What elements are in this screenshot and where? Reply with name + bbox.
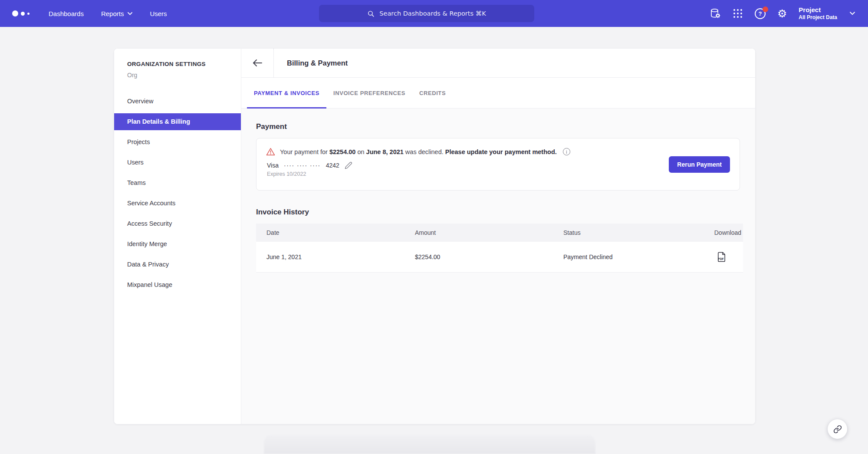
search-input[interactable]: Search Dashboards & Reports ⌘K bbox=[319, 5, 534, 22]
back-button[interactable] bbox=[241, 49, 274, 77]
notification-badge bbox=[763, 7, 768, 12]
payment-card: Your payment for $2254.00 on June 8, 202… bbox=[256, 138, 740, 191]
share-link-button[interactable] bbox=[828, 419, 847, 439]
card-brand: Visa bbox=[267, 162, 279, 169]
svg-text:PDF: PDF bbox=[718, 257, 724, 260]
nav-menu: Dashboards Reports Users bbox=[49, 10, 167, 17]
payment-heading: Payment bbox=[256, 122, 740, 131]
invoice-status: Payment Declined bbox=[563, 253, 691, 260]
sidebar-item-data-privacy[interactable]: Data & Privacy bbox=[114, 256, 241, 273]
search-placeholder: Search Dashboards & Reports ⌘K bbox=[379, 10, 486, 17]
download-pdf-button[interactable]: PDF bbox=[717, 251, 727, 263]
rerun-payment-button[interactable]: Rerun Payment bbox=[669, 156, 730, 173]
info-icon[interactable]: i bbox=[563, 148, 570, 155]
sidebar-item-access-security[interactable]: Access Security bbox=[114, 215, 241, 232]
pencil-icon bbox=[345, 161, 352, 169]
declined-payment-alert: Your payment for $2254.00 on June 8, 202… bbox=[266, 148, 730, 156]
apps-grid-icon[interactable] bbox=[733, 8, 743, 19]
nav-item-dashboards[interactable]: Dashboards bbox=[49, 10, 84, 17]
column-header-download: Download bbox=[691, 229, 743, 236]
sidebar-item-identity-merge[interactable]: Identity Merge bbox=[114, 236, 241, 253]
pdf-file-icon: PDF bbox=[717, 251, 727, 263]
data-management-icon[interactable] bbox=[710, 8, 721, 19]
card-masked-digits: ···· ···· ···· bbox=[284, 162, 321, 169]
help-icon[interactable]: ? bbox=[755, 8, 766, 19]
dock-shadow bbox=[264, 435, 595, 454]
invoice-table-header: Date Amount Status Download bbox=[256, 224, 743, 242]
project-label: Project bbox=[799, 6, 837, 14]
settings-card: ORGANIZATION SETTINGS Org Overview Plan … bbox=[114, 49, 755, 424]
top-nav: Dashboards Reports Users Search Dashboar… bbox=[0, 0, 868, 27]
sidebar-item-plan-details-billing[interactable]: Plan Details & Billing bbox=[114, 113, 241, 130]
settings-gear-icon[interactable]: ⚙ bbox=[777, 8, 787, 19]
project-switcher[interactable]: Project All Project Data bbox=[799, 6, 837, 21]
invoice-amount: $2254.00 bbox=[415, 253, 563, 260]
column-header-date: Date bbox=[256, 229, 415, 236]
tab-payment-invoices[interactable]: PAYMENT & INVOICES bbox=[247, 78, 326, 108]
sidebar-item-teams[interactable]: Teams bbox=[114, 174, 241, 191]
warning-triangle-icon bbox=[266, 148, 275, 156]
nav-item-reports[interactable]: Reports bbox=[101, 10, 133, 17]
invoice-table: Date Amount Status Download June 1, 2021… bbox=[256, 224, 743, 273]
mixpanel-logo-icon[interactable] bbox=[12, 10, 37, 16]
sidebar-item-service-accounts[interactable]: Service Accounts bbox=[114, 195, 241, 212]
billing-main: Billing & Payment PAYMENT & INVOICES INV… bbox=[241, 49, 755, 424]
invoice-history-heading: Invoice History bbox=[256, 208, 740, 217]
project-value: All Project Data bbox=[799, 14, 837, 21]
nav-item-users[interactable]: Users bbox=[150, 10, 167, 17]
chevron-down-icon bbox=[128, 12, 132, 15]
sidebar-section-title: ORGANIZATION SETTINGS bbox=[127, 61, 241, 67]
nav-left: Dashboards Reports Users bbox=[0, 10, 167, 17]
org-name: Org bbox=[127, 72, 241, 79]
sidebar-item-overview[interactable]: Overview bbox=[114, 93, 241, 110]
page-header: Billing & Payment bbox=[241, 49, 755, 78]
tab-content: Payment Your payment for $2254.00 on Jun… bbox=[241, 109, 755, 424]
invoice-table-row: June 1, 2021 $2254.00 Payment Declined P… bbox=[256, 242, 743, 273]
sidebar-items: Overview Plan Details & Billing Projects… bbox=[114, 93, 241, 293]
page-title: Billing & Payment bbox=[274, 49, 348, 77]
card-last4: 4242 bbox=[326, 162, 339, 169]
sidebar-item-projects[interactable]: Projects bbox=[114, 134, 241, 151]
page: Dashboards Reports Users Search Dashboar… bbox=[0, 0, 868, 454]
nav-right: ? ⚙ Project All Project Data bbox=[710, 0, 868, 27]
tab-invoice-preferences[interactable]: INVOICE PREFERENCES bbox=[326, 78, 412, 108]
nav-item-reports-label: Reports bbox=[101, 10, 124, 17]
column-header-status: Status bbox=[563, 229, 691, 236]
org-settings-sidebar: ORGANIZATION SETTINGS Org Overview Plan … bbox=[114, 49, 241, 424]
tab-bar: PAYMENT & INVOICES INVOICE PREFERENCES C… bbox=[241, 78, 755, 109]
chevron-down-icon[interactable] bbox=[850, 12, 855, 15]
tab-credits[interactable]: CREDITS bbox=[412, 78, 453, 108]
back-arrow-icon bbox=[253, 59, 262, 66]
search-icon bbox=[367, 10, 375, 17]
link-icon bbox=[833, 425, 842, 434]
card-expiry: Expires 10/2022 bbox=[267, 171, 730, 177]
sidebar-item-users[interactable]: Users bbox=[114, 154, 241, 171]
payment-method-row: Visa ···· ···· ···· 4242 bbox=[267, 161, 730, 169]
sidebar-item-mixpanel-usage[interactable]: Mixpanel Usage bbox=[114, 276, 241, 293]
alert-text: Your payment for $2254.00 on June 8, 202… bbox=[280, 148, 557, 155]
invoice-date: June 1, 2021 bbox=[256, 253, 415, 260]
edit-card-button[interactable] bbox=[345, 161, 352, 169]
column-header-amount: Amount bbox=[415, 229, 563, 236]
